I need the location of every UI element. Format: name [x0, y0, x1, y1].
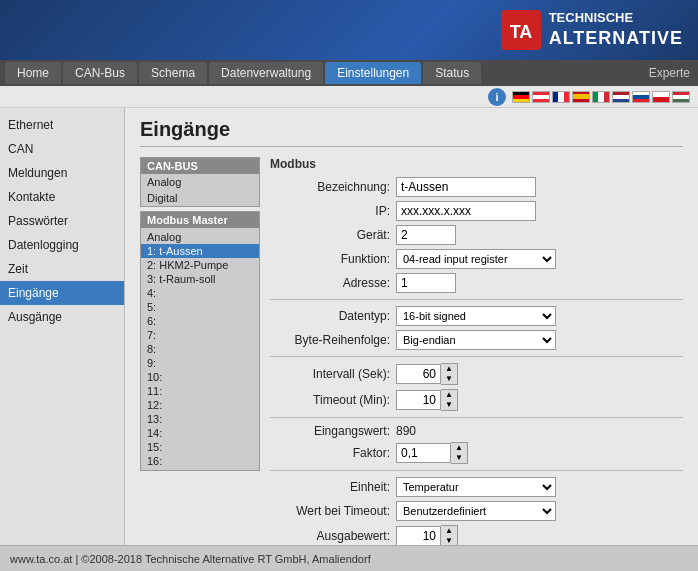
flag-at[interactable] — [532, 91, 550, 103]
eingangswert-label: Eingangswert: — [270, 424, 390, 438]
content-area: Eingänge CAN-BUS Analog Digital Modbus M… — [125, 108, 698, 545]
intervall-input[interactable] — [396, 364, 441, 384]
timeout-spinner: ▲ ▼ — [396, 389, 458, 411]
intervall-spinner-btns: ▲ ▼ — [441, 363, 458, 385]
sidebar-item-datenlogging[interactable]: Datenlogging — [0, 233, 124, 257]
logo: TA TECHNISCHE ALTERNATIVE — [501, 10, 683, 50]
nav-tab-einstellungen[interactable]: Einstellungen — [325, 62, 421, 84]
ausgabewert-row: Ausgabewert: ▲ ▼ — [270, 525, 683, 545]
geraet-input[interactable] — [396, 225, 456, 245]
modbus-items: Analog 1: t-Aussen 2: HKM2-Pumpe 3: t-Ra… — [141, 228, 259, 470]
datentyp-select[interactable]: 16-bit signed — [396, 306, 556, 326]
faktor-input[interactable] — [396, 443, 451, 463]
modbus-item-7[interactable]: 7: — [141, 328, 259, 342]
intervall-up-btn[interactable]: ▲ — [441, 364, 457, 374]
bezeichnung-label: Bezeichnung: — [270, 180, 390, 194]
modbus-item-6[interactable]: 6: — [141, 314, 259, 328]
faktor-label: Faktor: — [270, 446, 390, 460]
byte-label: Byte-Reihenfolge: — [270, 333, 390, 347]
svg-text:TA: TA — [509, 22, 532, 42]
funktion-select[interactable]: 04-read input register — [396, 249, 556, 269]
flag-hu[interactable] — [672, 91, 690, 103]
flag-nl[interactable] — [612, 91, 630, 103]
faktor-spinner-btns: ▲ ▼ — [451, 442, 468, 464]
wert-bei-timeout-label: Wert bei Timeout: — [270, 504, 390, 518]
nav-tab-canbus[interactable]: CAN-Bus — [63, 62, 137, 84]
ausgabewert-label: Ausgabewert: — [270, 529, 390, 543]
intervall-spinner: ▲ ▼ — [396, 363, 458, 385]
ausgabewert-input[interactable] — [396, 526, 441, 545]
flag-de[interactable] — [512, 91, 530, 103]
sidebar-item-passwoerter[interactable]: Passwörter — [0, 209, 124, 233]
ip-input[interactable] — [396, 201, 536, 221]
nav-tab-home[interactable]: Home — [5, 62, 61, 84]
timeout-input[interactable] — [396, 390, 441, 410]
modbus-item-9[interactable]: 9: — [141, 356, 259, 370]
sidebar: Ethernet CAN Meldungen Kontakte Passwört… — [0, 108, 125, 545]
datentyp-row: Datentyp: 16-bit signed — [270, 306, 683, 326]
faktor-up-btn[interactable]: ▲ — [451, 443, 467, 453]
right-panel: Modbus Bezeichnung: IP: Gerät: — [270, 157, 683, 545]
modbus-item-16[interactable]: 16: — [141, 454, 259, 468]
canbus-analog[interactable]: Analog — [141, 174, 259, 190]
byte-select[interactable]: Big-endian — [396, 330, 556, 350]
flag-cz[interactable] — [652, 91, 670, 103]
eingangswert-value: 890 — [396, 424, 416, 438]
bezeichnung-input[interactable] — [396, 177, 536, 197]
sidebar-item-meldungen[interactable]: Meldungen — [0, 161, 124, 185]
adresse-row: Adresse: — [270, 273, 683, 293]
logo-text: TECHNISCHE ALTERNATIVE — [549, 10, 683, 50]
header: TA TECHNISCHE ALTERNATIVE — [0, 0, 698, 60]
modbus-item-4[interactable]: 4: — [141, 286, 259, 300]
adresse-input[interactable] — [396, 273, 456, 293]
flag-sk[interactable] — [632, 91, 650, 103]
nav-tab-status[interactable]: Status — [423, 62, 481, 84]
flag-es[interactable] — [572, 91, 590, 103]
funktion-row: Funktion: 04-read input register — [270, 249, 683, 269]
ip-row: IP: — [270, 201, 683, 221]
logo-line1: TECHNISCHE — [549, 10, 683, 27]
info-icon[interactable]: i — [488, 88, 506, 106]
modbus-item-11[interactable]: 11: — [141, 384, 259, 398]
modbus-item-3[interactable]: 3: t-Raum-soll — [141, 272, 259, 286]
modbus-analog[interactable]: Analog — [141, 230, 259, 244]
bezeichnung-row: Bezeichnung: — [270, 177, 683, 197]
timeout-up-btn[interactable]: ▲ — [441, 390, 457, 400]
intervall-row: Intervall (Sek): ▲ ▼ — [270, 363, 683, 385]
timeout-down-btn[interactable]: ▼ — [441, 400, 457, 410]
modbus-item-5[interactable]: 5: — [141, 300, 259, 314]
sidebar-item-can[interactable]: CAN — [0, 137, 124, 161]
sidebar-item-ethernet[interactable]: Ethernet — [0, 113, 124, 137]
nav-tab-schema[interactable]: Schema — [139, 62, 207, 84]
wert-bei-timeout-select[interactable]: Benutzerdefiniert — [396, 501, 556, 521]
sidebar-item-zeit[interactable]: Zeit — [0, 257, 124, 281]
sidebar-item-eingaenge[interactable]: Eingänge — [0, 281, 124, 305]
timeout-row: Timeout (Min): ▲ ▼ — [270, 389, 683, 411]
faktor-row: Faktor: ▲ ▼ — [270, 442, 683, 464]
modbus-item-8[interactable]: 8: — [141, 342, 259, 356]
nav-tab-datenverwaltung[interactable]: Datenverwaltung — [209, 62, 323, 84]
intervall-down-btn[interactable]: ▼ — [441, 374, 457, 384]
modbus-item-15[interactable]: 15: — [141, 440, 259, 454]
ip-label: IP: — [270, 204, 390, 218]
modbus-item-1[interactable]: 1: t-Aussen — [141, 244, 259, 258]
ausgabewert-up-btn[interactable]: ▲ — [441, 526, 457, 536]
einheit-select[interactable]: Temperatur — [396, 477, 556, 497]
ausgabewert-spinner-btns: ▲ ▼ — [441, 525, 458, 545]
geraet-row: Gerät: — [270, 225, 683, 245]
timeout-label: Timeout (Min): — [270, 393, 390, 407]
modbus-item-13[interactable]: 13: — [141, 412, 259, 426]
flag-it[interactable] — [592, 91, 610, 103]
sidebar-item-kontakte[interactable]: Kontakte — [0, 185, 124, 209]
modbus-item-10[interactable]: 10: — [141, 370, 259, 384]
modbus-item-12[interactable]: 12: — [141, 398, 259, 412]
modbus-item-2[interactable]: 2: HKM2-Pumpe — [141, 258, 259, 272]
canbus-digital[interactable]: Digital — [141, 190, 259, 206]
ausgabewert-down-btn[interactable]: ▼ — [441, 536, 457, 545]
flag-fr[interactable] — [552, 91, 570, 103]
modbus-item-14[interactable]: 14: — [141, 426, 259, 440]
faktor-down-btn[interactable]: ▼ — [451, 453, 467, 463]
main-area: Ethernet CAN Meldungen Kontakte Passwört… — [0, 108, 698, 545]
einheit-label: Einheit: — [270, 480, 390, 494]
sidebar-item-ausgaenge[interactable]: Ausgänge — [0, 305, 124, 329]
